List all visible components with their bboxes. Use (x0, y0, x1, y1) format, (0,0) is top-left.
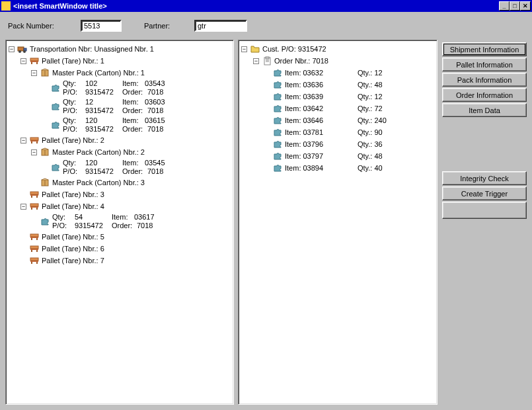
content-area: Pack Number: Partner: −Transportation Nb… (0, 12, 532, 410)
truck-icon (17, 44, 28, 54)
svg-rect-0 (18, 47, 24, 51)
pack-number-label: Pack Number: (5, 22, 77, 30)
collapse-icon[interactable]: − (20, 204, 26, 210)
order-item[interactable]: Item: 03894Qty.: 40 (241, 162, 434, 174)
pack-line[interactable]: Qty:54Item:03617P/O:9315472Order:7018 (9, 212, 231, 231)
master-pack-node[interactable]: −Master Pack (Carton) Nbr.: 1 (9, 67, 231, 79)
pallet-icon (29, 56, 40, 66)
pallet-node[interactable]: Pallet (Tare) Nbr.: 6 (9, 243, 231, 255)
pallet-icon (29, 135, 40, 145)
svg-rect-11 (30, 138, 38, 140)
puzzle-icon (272, 127, 283, 138)
clipboard-icon (262, 56, 272, 66)
carton-icon (40, 67, 50, 78)
cust-po-node[interactable]: −Cust. P/O: 9315472 (241, 43, 434, 55)
svg-point-3 (23, 50, 26, 53)
svg-rect-21 (36, 196, 38, 198)
svg-rect-32 (31, 250, 32, 252)
pallet-icon (29, 231, 40, 242)
pallet-info-button[interactable]: Pallet Information (442, 58, 527, 71)
order-item[interactable]: Item: 03642Qty.: 72 (241, 102, 434, 114)
pallet-icon (29, 255, 40, 266)
pallet-node[interactable]: −Pallet (Tare) Nbr.: 1 (9, 55, 231, 67)
pack-line[interactable]: Qty:120Item:03545P/O:9315472Order:7018 (9, 158, 231, 177)
pack-line[interactable]: Qty:102Item:03543P/O:9315472Order:7018 (9, 79, 231, 97)
pallet-node[interactable]: Pallet (Tare) Nbr.: 3 (9, 188, 231, 200)
transport-node[interactable]: −Transportation Nbr: Unassigned Nbr. 1 (9, 43, 231, 55)
svg-rect-29 (36, 238, 38, 240)
svg-rect-25 (36, 208, 38, 210)
minimize-button[interactable]: _ (499, 1, 510, 11)
svg-point-2 (19, 50, 21, 53)
order-item[interactable]: Item: 03781Qty.: 90 (241, 126, 434, 138)
collapse-icon[interactable]: − (20, 58, 26, 64)
svg-rect-36 (31, 262, 32, 264)
order-item[interactable]: Item: 03797Qty.: 48 (241, 150, 434, 162)
order-item[interactable]: Item: 03796Qty.: 36 (241, 138, 434, 150)
collapse-icon[interactable]: − (31, 149, 37, 155)
pallet-icon (29, 201, 40, 212)
pack-number-input[interactable] (81, 20, 122, 32)
pallet-node[interactable]: −Pallet (Tare) Nbr.: 2 (9, 134, 231, 146)
order-item[interactable]: Item: 03639Qty.: 12 (241, 91, 434, 102)
collapse-icon[interactable]: − (31, 70, 37, 76)
close-button[interactable]: ✕ (520, 1, 531, 11)
puzzle-icon (50, 83, 61, 93)
puzzle-icon (272, 139, 283, 149)
order-item[interactable]: Item: 03632Qty.: 12 (241, 67, 434, 79)
collapse-icon[interactable]: − (20, 138, 26, 144)
carton-icon (40, 177, 50, 188)
create-trigger-button[interactable]: Create Trigger (442, 186, 527, 200)
pallet-node[interactable]: −Pallet (Tare) Nbr.: 4 (9, 200, 231, 212)
blank-button[interactable] (442, 202, 527, 219)
puzzle-icon (272, 79, 283, 90)
svg-rect-20 (31, 196, 32, 198)
puzzle-icon (272, 67, 283, 78)
collapse-icon[interactable]: − (9, 46, 15, 52)
puzzle-icon (50, 162, 61, 173)
puzzle-icon (50, 101, 61, 112)
collapse-icon[interactable]: − (241, 46, 247, 52)
puzzle-icon (272, 115, 283, 126)
svg-rect-37 (36, 262, 38, 264)
pallet-icon (29, 189, 40, 200)
svg-rect-27 (30, 234, 38, 237)
svg-rect-13 (36, 142, 38, 144)
pack-line[interactable]: Qty:12Item:03603P/O:9315472Order:7018 (9, 97, 231, 116)
folder-icon (250, 44, 260, 54)
puzzle-icon (272, 163, 283, 173)
svg-rect-19 (30, 192, 38, 194)
master-pack-node[interactable]: −Master Pack (Carton) Nbr.: 2 (9, 146, 231, 158)
pallet-node[interactable]: Pallet (Tare) Nbr.: 7 (9, 255, 231, 266)
window-buttons: _ □ ✕ (499, 1, 531, 11)
item-data-button[interactable]: Item Data (442, 103, 527, 117)
puzzle-icon (272, 103, 283, 114)
order-tree-panel[interactable]: −Cust. P/O: 9315472−Order Nbr.: 7018Item… (238, 40, 437, 405)
svg-rect-39 (266, 57, 269, 59)
order-item[interactable]: Item: 03636Qty.: 48 (241, 79, 434, 91)
pack-info-button[interactable]: Pack Information (442, 73, 527, 87)
shipment-info-button[interactable]: Shipment Information (442, 42, 527, 56)
svg-rect-35 (30, 258, 38, 261)
puzzle-icon (50, 120, 61, 130)
pallet-node[interactable]: Pallet (Tare) Nbr.: 5 (9, 231, 231, 243)
svg-rect-6 (31, 62, 32, 64)
pack-line[interactable]: Qty:120Item:03615P/O:9315472Order:7018 (9, 116, 231, 134)
puzzle-icon (40, 216, 50, 227)
order-info-button[interactable]: Order Information (442, 88, 527, 102)
header-row: Pack Number: Partner: (5, 16, 527, 36)
master-pack-node[interactable]: Master Pack (Carton) Nbr.: 3 (9, 177, 231, 188)
integrity-check-button[interactable]: Integrity Check (442, 171, 527, 185)
titlebar: <insert SmartWindow title> _ □ ✕ (0, 0, 532, 12)
svg-rect-7 (36, 62, 38, 64)
shipment-tree-panel[interactable]: −Transportation Nbr: Unassigned Nbr. 1−P… (5, 40, 234, 405)
partner-input[interactable] (194, 20, 247, 32)
pallet-icon (29, 243, 40, 254)
order-node[interactable]: −Order Nbr.: 7018 (241, 55, 434, 67)
carton-icon (40, 147, 50, 157)
svg-rect-31 (30, 246, 38, 249)
svg-rect-12 (31, 142, 32, 144)
order-item[interactable]: Item: 03646Qty.: 240 (241, 114, 434, 126)
maximize-button[interactable]: □ (510, 1, 520, 11)
collapse-icon[interactable]: − (253, 58, 259, 64)
